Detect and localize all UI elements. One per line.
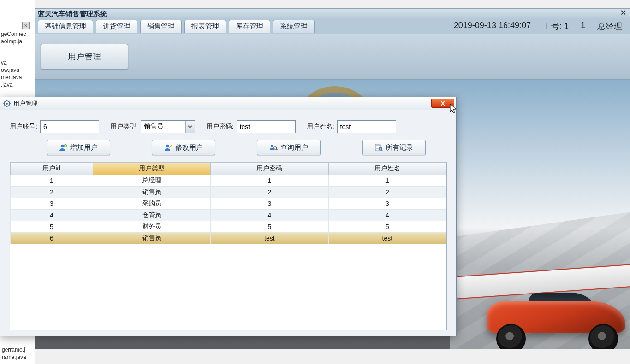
table-row[interactable]: 4仓管员44 [11,210,446,221]
dialog-title: 用户管理 [13,100,37,108]
table-row[interactable]: 3采购员33 [11,198,446,210]
type-select[interactable] [141,120,195,133]
account-label: 用户账号: [10,123,37,131]
table-cell: 2 [328,187,446,198]
search-user-icon [269,143,278,152]
all-records-label: 所有记录 [386,143,413,152]
dialog-close-button[interactable]: X [431,99,454,108]
status-datetime: 2019-09-13 16:49:07 [454,21,531,32]
table-header[interactable]: 用户类型 [93,163,210,175]
table-cell: 4 [328,210,446,221]
desktop-file: ow.java [0,66,35,74]
table-cell: 1 [211,175,328,187]
name-label: 用户姓名: [307,123,334,131]
password-input[interactable] [237,120,296,133]
sub-toolbar: 用户管理 [35,34,630,80]
table-cell: 2 [11,187,93,198]
svg-point-13 [271,145,273,147]
table-cell: 1 [328,175,446,187]
svg-point-12 [166,145,169,147]
table-cell: 采购员 [93,198,210,210]
svg-point-10 [61,145,64,147]
table-cell: 销售员 [93,233,210,244]
desktop-file: va [0,59,35,66]
all-records-icon [374,143,383,152]
table-cell: 4 [211,210,328,221]
add-user-icon [59,143,67,152]
table-cell: 1 [11,175,93,187]
svg-point-1 [6,103,8,105]
table-cell: 5 [11,221,93,233]
edit-user-button[interactable]: 修改用户 [152,140,215,155]
tab-basic-info[interactable]: 基础信息管理 [38,20,93,33]
table-cell: test [211,233,328,244]
gear-icon [3,100,11,107]
dialog-body: 用户账号: 用户类型: 用户密码: 用户姓名: [0,110,456,336]
name-input[interactable] [337,120,396,133]
table-header[interactable]: 用户姓名 [328,163,446,175]
close-icon: X [441,100,445,107]
table-cell: 3 [328,198,446,210]
table-cell: 3 [211,198,328,210]
edit-user-icon [164,143,172,152]
dialog-titlebar[interactable]: 用户管理 X [0,97,456,110]
table-cell: 总经理 [93,175,210,187]
password-label: 用户密码: [206,123,234,131]
form-row: 用户账号: 用户类型: 用户密码: 用户姓名: [10,120,447,133]
desktop-file: aoImp.ja [0,38,35,45]
desktop-close-glyph: × [22,22,30,29]
background-car [478,287,630,349]
desktop-file: rame.java [1,353,27,361]
table-cell: 财务员 [93,221,210,233]
edit-user-label: 修改用户 [175,143,203,152]
table-row[interactable]: 6销售员testtest [11,233,446,244]
table-header-row: 用户id 用户类型 用户密码 用户姓名 [11,163,446,175]
tab-purchase[interactable]: 进货管理 [96,20,137,33]
table-cell: 仓管员 [93,210,210,221]
search-user-button[interactable]: 查询用户 [257,140,321,155]
table-cell: 5 [211,221,328,233]
table-cell: 2 [211,187,328,198]
status-employee-extra: 1 [581,21,585,32]
table-cell: 3 [11,198,93,210]
tab-sales[interactable]: 销售管理 [140,20,182,33]
status-role: 总经理 [597,21,622,32]
desktop-file: gerrame.j [1,346,27,353]
table-cell: 4 [11,210,93,221]
table-cell: 5 [328,221,446,233]
all-records-button[interactable]: 所有记录 [362,140,426,155]
desktop-file: .java [0,81,35,88]
table-row[interactable]: 2销售员22 [11,187,446,198]
svg-line-15 [276,149,278,150]
user-table-wrap[interactable]: 用户id 用户类型 用户密码 用户姓名 1总经理112销售员223采购员334仓… [10,162,447,330]
tab-system[interactable]: 系统管理 [273,20,315,33]
desktop-file: geConnec [0,30,35,38]
tab-row: 基础信息管理 进货管理 销售管理 报表管理 库存管理 系统管理 2019-09-… [35,19,630,34]
status-info: 2019-09-13 16:49:07 工号: 1 1 总经理 [454,21,627,32]
app-close-button[interactable]: ✕ [618,9,628,18]
table-row[interactable]: 5财务员55 [11,221,446,233]
search-user-label: 查询用户 [280,143,308,152]
svg-line-21 [381,150,382,151]
user-management-dialog: 用户管理 X 用户账号: 用户类型: 用户密码 [0,97,457,336]
add-user-button[interactable]: 增加用户 [47,140,110,155]
table-row[interactable]: 1总经理11 [11,175,446,187]
app-titlebar: 蓝天汽车销售管理系统 ✕ [35,9,630,19]
add-user-label: 增加用户 [70,143,98,152]
button-row: 增加用户 修改用户 查询用户 所有记录 [10,140,447,155]
table-header[interactable]: 用户密码 [211,163,328,175]
table-header[interactable]: 用户id [11,163,93,175]
user-table: 用户id 用户类型 用户密码 用户姓名 1总经理112销售员223采购员334仓… [10,162,446,244]
account-input[interactable] [40,120,99,133]
tab-inventory[interactable]: 库存管理 [229,20,270,33]
user-management-button[interactable]: 用户管理 [41,44,128,70]
table-cell: 6 [11,233,93,244]
table-cell: test [328,233,446,244]
tab-report[interactable]: 报表管理 [184,20,226,33]
app-title: 蓝天汽车销售管理系统 [38,10,107,18]
desktop-file: mer.java [0,74,35,81]
table-cell: 销售员 [93,187,210,198]
status-employee: 工号: 1 [543,21,569,32]
type-label: 用户类型: [110,123,138,131]
